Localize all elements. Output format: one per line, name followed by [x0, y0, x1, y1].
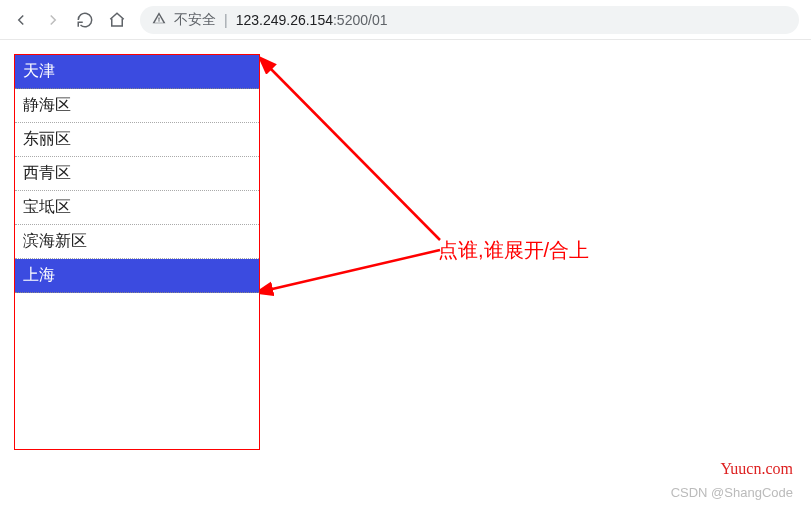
list-item[interactable]: 滨海新区: [15, 225, 259, 259]
back-button[interactable]: [12, 11, 30, 29]
accordion-list: 天津 静海区 东丽区 西青区 宝坻区 滨海新区 上海: [14, 54, 260, 450]
annotation-text: 点谁,谁展开/合上: [438, 237, 589, 264]
list-item[interactable]: 静海区: [15, 89, 259, 123]
list-item[interactable]: 宝坻区: [15, 191, 259, 225]
watermark-site: Yuucn.com: [721, 460, 793, 478]
list-item[interactable]: 西青区: [15, 157, 259, 191]
accordion-header-shanghai[interactable]: 上海: [15, 259, 259, 293]
separator: |: [224, 12, 228, 28]
home-button[interactable]: [108, 11, 126, 29]
watermark-author: CSDN @ShangCode: [671, 485, 793, 500]
security-label: 不安全: [174, 11, 216, 29]
forward-button[interactable]: [44, 11, 62, 29]
svg-line-0: [268, 66, 440, 240]
svg-line-1: [268, 250, 440, 290]
reload-button[interactable]: [76, 11, 94, 29]
accordion-header-tianjin[interactable]: 天津: [15, 55, 259, 89]
warning-icon: [152, 11, 166, 28]
address-bar[interactable]: 不安全 | 123.249.26.154:5200/01: [140, 6, 799, 34]
url-text: 123.249.26.154:5200/01: [236, 12, 388, 28]
browser-toolbar: 不安全 | 123.249.26.154:5200/01: [0, 0, 811, 40]
annotation-arrow-icon: [260, 50, 450, 300]
page-content: 天津 静海区 东丽区 西青区 宝坻区 滨海新区 上海 点谁,谁展开/合上: [0, 40, 811, 464]
list-item[interactable]: 东丽区: [15, 123, 259, 157]
